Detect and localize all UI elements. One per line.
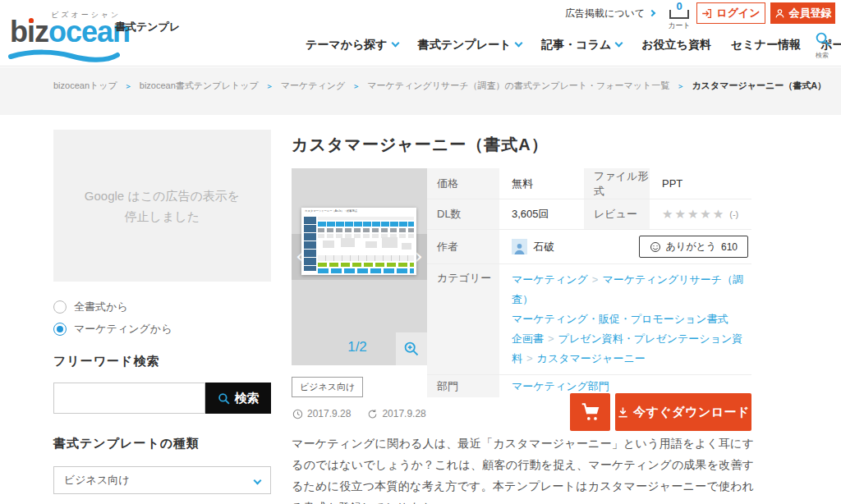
nav-item-articles[interactable]: 記事・コラム [541, 38, 622, 53]
person-icon [513, 242, 526, 254]
category-line: 企画書>プレゼン資料・プレゼンテーション資料>カスタマージャーニー [512, 329, 751, 369]
category-link[interactable]: カスタマージャーニー [537, 352, 646, 364]
created-date: 2017.9.28 [292, 408, 351, 419]
breadcrumb: bizoceanトップ＞bizocean書式テンプレトップ＞マーケティング＞マー… [53, 80, 826, 92]
cart-label: カート [662, 21, 696, 31]
login-label: ログイン [716, 6, 760, 21]
business-tag-badge: ビジネス向け [292, 377, 363, 397]
google-ad-placeholder: Google はこの広告の表示を 停止しました [53, 130, 271, 282]
updated-date-text: 2017.9.28 [382, 408, 425, 419]
chevron-down-icon [254, 476, 262, 484]
download-now-button[interactable]: 今すぐダウンロード [615, 393, 751, 431]
radio-all-formats[interactable]: 全書式から [53, 296, 172, 318]
table-row: 価格 無料 ファイル形式 PPT [427, 168, 751, 199]
freeword-search-button[interactable]: 検索 [205, 383, 271, 414]
file-format-label: ファイル形式 [584, 168, 650, 199]
price-label: 価格 [427, 168, 499, 199]
thumbnail-box [382, 237, 398, 248]
table-row: DL数 3,605回 レビュー ★★★★★ (-) [427, 199, 751, 229]
cart-icon [580, 401, 601, 423]
nav-search-button[interactable]: 検索 [810, 31, 834, 60]
register-label: 会員登録 [789, 6, 832, 21]
review-value: ★★★★★ (-) [650, 199, 751, 229]
search-icon [815, 31, 830, 47]
logo-wordmark: bizocean [10, 15, 130, 49]
logo-letter: b [10, 15, 27, 48]
breadcrumb-bar: bizoceanトップ＞bizocean書式テンプレトップ＞マーケティング＞マー… [0, 67, 841, 115]
preview-carousel: ‹ › カスタマージャーニー（As-Is）：顧客視点 1/2 [292, 168, 427, 365]
breadcrumb-separator: ＞ [352, 82, 360, 90]
category-separator: > [592, 273, 599, 286]
breadcrumb-item[interactable]: bizocean書式テンプレトップ [140, 80, 259, 90]
category-separator: > [548, 332, 554, 345]
cart-count-badge: 0 [662, 2, 696, 11]
chevron-down-icon [515, 39, 523, 48]
thumbnail-row [318, 255, 414, 261]
rating-note: (-) [729, 209, 738, 219]
thumbnail-row [318, 228, 414, 232]
nav-search-label: 検索 [810, 51, 834, 60]
thumbnail-green-row [318, 263, 414, 267]
category-link[interactable]: マーケティング・販促・プロモーション書式 [512, 313, 728, 325]
thanks-button[interactable]: ありがとう 610 [639, 236, 748, 258]
rating-stars-icon: ★★★★★ [662, 207, 725, 222]
ad-stopped-text-line2: 停止しました [125, 206, 200, 227]
refresh-icon [367, 409, 378, 419]
breadcrumb-separator: ＞ [125, 82, 132, 90]
category-links: マーケティング>マーケティングリサーチ（調査） マーケティング・販促・プロモーシ… [500, 264, 751, 374]
author-name-link[interactable]: 石破 [533, 240, 554, 254]
radio-from-marketing[interactable]: マーケティングから [53, 318, 172, 340]
download-label: 今すぐダウンロード [633, 405, 750, 420]
search-icon [218, 392, 230, 405]
nav-item-resources[interactable]: お役立ち資料 [641, 38, 711, 53]
template-type-select[interactable]: ビジネス向け [53, 466, 271, 494]
header-cart-button[interactable]: 0 カート [662, 2, 696, 31]
ad-placement-link[interactable]: 広告掲載について [565, 7, 655, 21]
category-line: マーケティング・販促・プロモーション書式 [512, 309, 751, 329]
carousel-zoom-button[interactable] [396, 332, 427, 365]
freeword-search-input[interactable] [53, 383, 205, 414]
register-button[interactable]: 会員登録 [770, 2, 835, 24]
category-link[interactable]: マーケティング [512, 273, 588, 286]
search-button-label: 検索 [235, 391, 260, 406]
freeword-search-heading: フリーワード検索 [53, 354, 159, 369]
breadcrumb-separator: ＞ [677, 82, 684, 90]
zoom-in-icon [403, 341, 420, 357]
radio-marketing-label: マーケティングから [74, 322, 172, 337]
page: ビズオーシャン bizocean 書式テンプレ 広告掲載について 0 カート ロ… [0, 0, 841, 504]
thumbnail-box [323, 241, 334, 248]
updated-date: 2017.9.28 [367, 408, 425, 419]
page-title: カスタマージャーニー（書式A） [292, 134, 549, 156]
chevron-down-icon [615, 39, 623, 48]
nav-item-themes[interactable]: テーマから探す [306, 38, 398, 53]
nav-item-seminars[interactable]: セミナー情報 [731, 38, 801, 53]
add-to-cart-button[interactable] [570, 393, 610, 431]
created-date-text: 2017.9.28 [307, 408, 351, 419]
chevron-right-icon [649, 10, 655, 16]
department-link[interactable]: マーケティング部門 [512, 379, 609, 394]
freeword-searchbar: 検索 [53, 383, 271, 414]
logo-subtitle: 書式テンプレ [115, 20, 180, 34]
thanks-count: 610 [721, 241, 738, 253]
thumbnail-blue-row [318, 268, 414, 273]
category-link[interactable]: 企画書 [512, 332, 544, 345]
nav-item-templates[interactable]: 書式テンプレート [418, 38, 522, 53]
template-details-table: 価格 無料 ファイル形式 PPT DL数 3,605回 レビュー ★★★★★ (… [427, 168, 751, 397]
category-separator: > [526, 352, 533, 364]
category-line: マーケティング>マーケティングリサーチ（調査） [512, 270, 751, 309]
breadcrumb-item[interactable]: bizoceanトップ [53, 80, 117, 90]
breadcrumb-item[interactable]: マーケティングリサーチ（調査）の書式テンプレート・フォーマット一覧 [367, 80, 669, 90]
download-count-label: DL数 [427, 199, 499, 229]
template-preview-thumbnail[interactable]: カスタマージャーニー（As-Is）：顧客視点 [301, 208, 416, 275]
search-scope-radios: 全書式から マーケティングから [53, 296, 172, 340]
chevron-down-icon [391, 39, 399, 48]
table-row: 作者 石破 ありがとう 610 [427, 229, 751, 263]
user-icon [774, 8, 785, 19]
radio-unchecked-icon [53, 300, 67, 314]
review-label: レビュー [584, 199, 650, 229]
breadcrumb-item[interactable]: マーケティング [281, 80, 346, 90]
download-icon [617, 406, 629, 419]
breadcrumb-current: カスタマージャーニー（書式A） [692, 80, 826, 90]
login-button[interactable]: ログイン [696, 2, 765, 24]
table-row: カテゴリー マーケティング>マーケティングリサーチ（調査） マーケティング・販促… [427, 263, 751, 374]
